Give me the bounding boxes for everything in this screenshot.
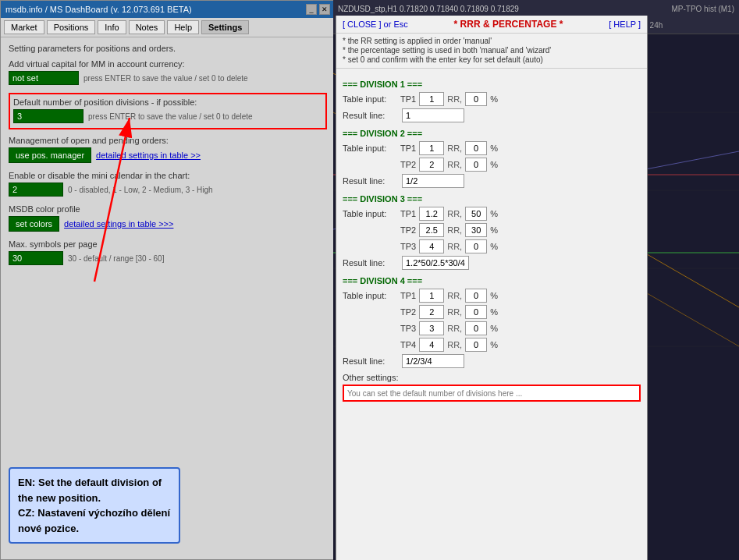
virtual-capital-input[interactable] xyxy=(9,71,79,85)
division3-result-row: Result line: 1.2*50/2.5*30/4 xyxy=(343,256,641,270)
rrr-help[interactable]: [ HELP ] xyxy=(609,19,641,29)
calendar-hint: 0 - disabled, 1 - Low, 2 - Medium, 3 - H… xyxy=(68,186,213,194)
division4-tp2-rr[interactable] xyxy=(419,305,444,319)
division1-header: === DIVISION 1 === xyxy=(343,80,641,89)
division4-header: === DIVISION 4 === xyxy=(343,276,641,285)
rrr-info-line-3: * set 0 and confirm with the enter key f… xyxy=(343,55,641,64)
division3-tp1-pct[interactable] xyxy=(465,207,487,221)
division4-result-label: Result line: xyxy=(343,356,397,366)
rrr-header: [ CLOSE ] or Esc * RRR & PERCENTAGE * [ … xyxy=(336,16,647,34)
division4-tp4-label: TP4 xyxy=(400,340,416,349)
title-bar-buttons: _ ✕ xyxy=(306,4,330,15)
division3-result-label: Result line: xyxy=(343,258,397,268)
division1-pct-sign: % xyxy=(490,94,498,104)
division4-result-row: Result line: 1/2/3/4 xyxy=(343,354,641,368)
virtual-capital-label: Add virtual capital for MM in account cu… xyxy=(9,59,327,69)
division4-tp4-rr[interactable] xyxy=(419,338,444,352)
color-label: MSDB color profile xyxy=(9,204,327,214)
division3-tp3-row: TP3 RR, % xyxy=(343,239,641,253)
division2-header: === DIVISION 2 === xyxy=(343,129,641,138)
nav-info[interactable]: Info xyxy=(98,20,126,34)
division3-result-value: 1.2*50/2.5*30/4 xyxy=(402,256,469,270)
division1-tp1-rr[interactable] xyxy=(419,92,444,106)
calendar-row: 0 - disabled, 1 - Low, 2 - Medium, 3 - H… xyxy=(9,183,327,197)
division3-tp2-rr[interactable] xyxy=(419,223,444,237)
division3-tp2-label: TP2 xyxy=(400,225,416,235)
minimize-button[interactable]: _ xyxy=(306,4,317,15)
other-settings-label: Other settings: xyxy=(343,373,641,382)
rrr-close[interactable]: [ CLOSE ] or Esc xyxy=(343,19,408,29)
close-button[interactable]: ✕ xyxy=(319,4,330,15)
division2-tp2-label: TP2 xyxy=(400,160,416,169)
division3-tp3-pct[interactable] xyxy=(465,239,487,253)
division3-tp2-pct[interactable] xyxy=(465,223,487,237)
rrr-body: === DIVISION 1 === Table input: TP1 RR, … xyxy=(336,69,647,505)
rrr-info-line-1: * the RR setting is applied in order 'ma… xyxy=(343,37,641,45)
nav-bar: Market Positions Info Notes Help Setting… xyxy=(1,18,335,37)
window-title: msdb.info / MS DashBoard (v. 12.073.691 … xyxy=(5,5,192,14)
division2-input-label: Table input: xyxy=(343,144,397,153)
left-panel: msdb.info / MS DashBoard (v. 12.073.691 … xyxy=(0,0,336,560)
division2-tp2-pct[interactable] xyxy=(465,158,487,172)
divisions-input[interactable] xyxy=(13,109,83,123)
division2-result-value: 1/2 xyxy=(402,174,464,188)
nav-notes[interactable]: Notes xyxy=(129,20,165,34)
division3-tp1-rr[interactable] xyxy=(419,207,444,221)
division4-input-label: Table input: xyxy=(343,291,397,300)
tf-24h[interactable]: 24h xyxy=(647,20,666,30)
orders-link[interactable]: detailed settings in table >> xyxy=(96,151,201,160)
division2-tp1-label: TP1 xyxy=(400,144,416,153)
division4-tp2-pct[interactable] xyxy=(465,305,487,319)
division1-result-value: 1 xyxy=(402,108,464,122)
color-button[interactable]: set colors xyxy=(9,216,59,232)
symbols-label: Max. symbols per page xyxy=(9,239,327,249)
division2-tp2-row: TP2 RR, % xyxy=(343,158,641,172)
settings-content: Setting parameters for positions and ord… xyxy=(1,37,335,279)
division4-tp1-pct[interactable] xyxy=(465,289,487,303)
settings-page-title: Setting parameters for positions and ord… xyxy=(9,44,327,53)
nav-positions[interactable]: Positions xyxy=(47,20,96,34)
division4-tp3-pct[interactable] xyxy=(465,321,487,335)
nav-help[interactable]: Help xyxy=(167,20,199,34)
symbols-hint: 30 - default / range [30 - 60] xyxy=(68,254,164,263)
rrr-title: * RRR & PERCENTAGE * xyxy=(454,19,563,30)
rrr-panel: [ CLOSE ] or Esc * RRR & PERCENTAGE * [ … xyxy=(336,16,648,560)
nav-settings[interactable]: Settings xyxy=(201,20,249,34)
division1-rr-label: RR, xyxy=(447,94,462,104)
division4-tp2-row: TP2 RR, % xyxy=(343,305,641,319)
color-section: MSDB color profile set colors detailed s… xyxy=(9,204,327,232)
division4-tp1-label: TP1 xyxy=(400,291,416,300)
color-row: set colors detailed settings in table >>… xyxy=(9,216,327,232)
division3-tp3-label: TP3 xyxy=(400,242,416,251)
division3-tp3-rr[interactable] xyxy=(419,239,444,253)
division3-header: === DIVISION 3 === xyxy=(343,194,641,204)
division4-tp4-pct[interactable] xyxy=(465,338,487,352)
division2-tp2-rr[interactable] xyxy=(419,158,444,172)
orders-button[interactable]: use pos. manager xyxy=(9,147,91,163)
orders-label: Management of open and pending orders: xyxy=(9,136,327,145)
division2-tp1-pct[interactable] xyxy=(465,141,487,155)
chart-topbar: NZDUSD_stp,H1 0.71820 0.71840 0.71809 0.… xyxy=(333,0,739,17)
division4-tp2-label: TP2 xyxy=(400,307,416,317)
calendar-section: Enable or disable the mini calendar in t… xyxy=(9,171,327,197)
rrr-info-line-2: * the percentage setting is used in both… xyxy=(343,46,641,55)
annotation-en: EN: Set the default division of the new … xyxy=(18,477,162,504)
symbols-input[interactable] xyxy=(9,251,63,265)
division1-result-label: Result line: xyxy=(343,111,397,120)
orders-section: Management of open and pending orders: u… xyxy=(9,136,327,163)
rrr-info: * the RR setting is applied in order 'ma… xyxy=(336,34,647,69)
symbols-row: 30 - default / range [30 - 60] xyxy=(9,251,327,265)
nav-market[interactable]: Market xyxy=(4,20,44,34)
other-settings-input[interactable] xyxy=(343,385,641,402)
division3-input-label: Table input: xyxy=(343,209,397,218)
division2-tp1-rr[interactable] xyxy=(419,141,444,155)
divisions-section: Default number of position divisions - i… xyxy=(9,93,327,129)
calendar-input[interactable] xyxy=(9,183,63,197)
division1-tp1-pct[interactable] xyxy=(465,92,487,106)
division1-input-row: Table input: TP1 RR, % xyxy=(343,92,641,106)
title-bar: msdb.info / MS DashBoard (v. 12.073.691 … xyxy=(1,1,335,18)
color-link[interactable]: detailed settings in table >>> xyxy=(64,219,173,229)
virtual-capital-row: press ENTER to save the value / set 0 to… xyxy=(9,71,327,85)
division4-tp1-rr[interactable] xyxy=(419,289,444,303)
division4-tp3-rr[interactable] xyxy=(419,321,444,335)
